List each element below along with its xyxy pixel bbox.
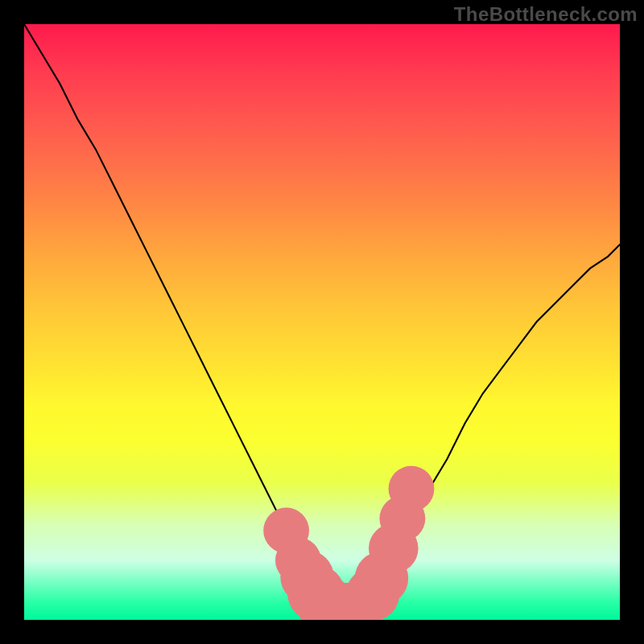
marker-dot [389,466,435,512]
chart-svg [24,24,620,620]
marker-layer [263,466,434,620]
watermark-text: TheBottleneck.com [454,3,638,26]
frame: TheBottleneck.com [0,0,644,644]
bottleneck-curve [24,24,620,608]
plot-area [24,24,620,620]
